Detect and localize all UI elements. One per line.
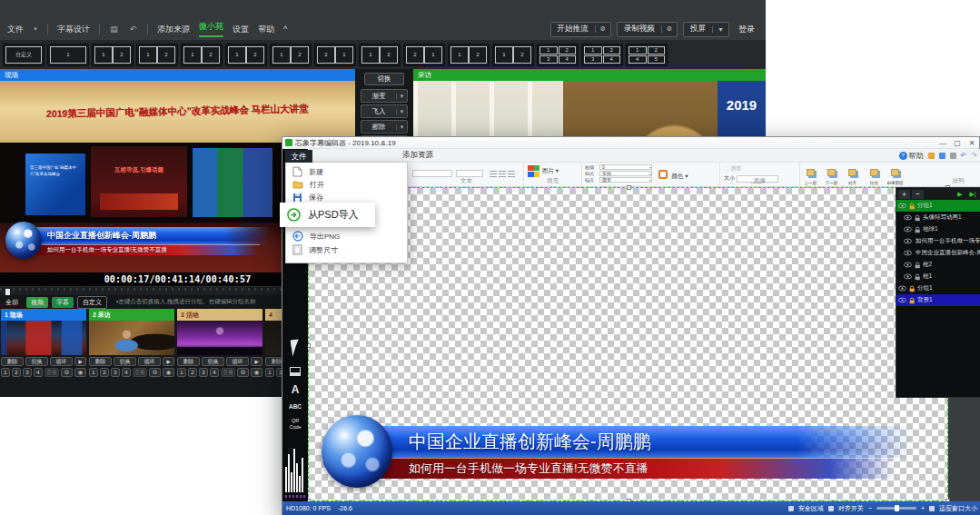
layout-preset-button[interactable]: 12 bbox=[225, 44, 267, 66]
gear-icon[interactable]: ⚙ bbox=[661, 25, 677, 33]
lower-third-title[interactable]: 中国企业直播创新峰会-周鹏鹏 bbox=[372, 426, 917, 458]
group-number-button[interactable]: 1 bbox=[265, 368, 274, 377]
align-toggle[interactable]: 对齐开关 bbox=[838, 504, 864, 513]
stroke-field-value[interactable]: 圆形▾ bbox=[599, 177, 652, 183]
layer-row[interactable]: 头像特写动画1 bbox=[896, 212, 980, 223]
monitor-icon[interactable]: ⧉ bbox=[149, 368, 161, 377]
zoom-out-button[interactable]: − bbox=[868, 505, 872, 511]
quick-icon-3[interactable] bbox=[950, 153, 956, 159]
layout-preset-button[interactable]: 1245 bbox=[626, 44, 668, 66]
fill-color-grid-icon[interactable] bbox=[528, 165, 539, 177]
zoom-slider[interactable] bbox=[876, 507, 916, 510]
layer-row[interactable]: 地球1 bbox=[896, 223, 980, 235]
quick-icon-2[interactable] bbox=[939, 153, 945, 159]
help-button[interactable]: ?帮助 bbox=[899, 151, 924, 161]
remove-layer-button[interactable]: − bbox=[912, 190, 924, 199]
menu-help[interactable]: 帮助 bbox=[258, 24, 274, 35]
thumb-button[interactable]: 循环 bbox=[226, 357, 249, 366]
image-tool[interactable] bbox=[282, 363, 308, 380]
fit-window-button[interactable]: 适应窗口大小 bbox=[939, 504, 977, 513]
layout-preset-button[interactable]: 21 bbox=[403, 44, 445, 66]
file-menu-item[interactable]: 保存 bbox=[286, 191, 407, 203]
group-number-button[interactable]: 3 bbox=[111, 368, 120, 377]
monitor-icon[interactable]: ⧉ bbox=[237, 368, 249, 377]
play-icon[interactable]: ▶ bbox=[163, 357, 174, 366]
transition-mode-button[interactable]: 擦除▼ bbox=[361, 120, 408, 134]
arrange-button[interactable]: 组合 bbox=[864, 163, 885, 185]
monitor-icon[interactable]: ⧉ bbox=[61, 368, 73, 377]
thumb-button[interactable]: 删除 bbox=[89, 357, 112, 366]
file-menu-item[interactable]: 新建 bbox=[286, 165, 407, 178]
group-number-button[interactable]: 4 bbox=[122, 368, 131, 377]
undo-icon[interactable]: ↶ bbox=[128, 25, 138, 35]
fill-image-button[interactable]: 图片 ▾ bbox=[542, 167, 559, 175]
arrange-button[interactable]: 上一层 bbox=[800, 163, 821, 185]
safe-area-toggle[interactable]: 安全区域 bbox=[798, 504, 824, 513]
zoom-in-button[interactable]: + bbox=[921, 505, 925, 511]
globe-graphic[interactable] bbox=[322, 415, 392, 488]
layout-preset-button[interactable]: 12 bbox=[92, 44, 134, 66]
layout-preset-button[interactable]: 自定义 bbox=[3, 44, 45, 66]
tab-add-resource[interactable]: 添加资源 bbox=[402, 150, 433, 161]
group-number-button[interactable]: 1 bbox=[1, 368, 10, 377]
record-video-button[interactable]: 录制视频⚙ bbox=[617, 22, 678, 37]
arrange-button[interactable]: 创建图层 bbox=[885, 163, 906, 185]
start-stream-button[interactable]: 开始推流⚙ bbox=[550, 22, 611, 37]
editor-titlebar[interactable]: 芯象字幕编辑器 - 2019.10.&.19 — ▢ ✕ bbox=[282, 137, 979, 149]
switch-button[interactable]: 切换 bbox=[364, 73, 404, 85]
scene-group-tab[interactable]: 1 现场 bbox=[1, 309, 86, 321]
group-number-button[interactable]: 3 bbox=[199, 368, 208, 377]
scene-group-tab[interactable]: 2 采访 bbox=[89, 309, 174, 321]
menu-file[interactable]: 文件 bbox=[7, 24, 24, 35]
layer-row[interactable]: 框2 bbox=[896, 259, 980, 271]
quick-icon-1[interactable] bbox=[928, 153, 935, 159]
stroke-field-value[interactable]: 实线▾ bbox=[599, 171, 652, 176]
file-menu-item[interactable]: 调整尺寸 bbox=[286, 243, 407, 256]
layout-preset-button[interactable]: 12 bbox=[181, 44, 223, 66]
mute-icon[interactable]: ◉ bbox=[251, 368, 262, 377]
chevron-down-icon[interactable]: ▼ bbox=[396, 94, 407, 99]
font-family-select[interactable] bbox=[412, 170, 452, 177]
layout-preset-button[interactable]: 12 bbox=[270, 44, 312, 66]
lower-third-subtitle[interactable]: 如何用一台手机做一场专业直播!无微赞不直播 bbox=[372, 458, 899, 479]
minimize-button[interactable]: — bbox=[935, 137, 950, 149]
layer-row[interactable]: 背景1 bbox=[896, 294, 980, 306]
resize-handle[interactable] bbox=[627, 185, 631, 190]
source-video-thumbnail[interactable] bbox=[177, 321, 262, 355]
filter-chip[interactable]: 自定义 bbox=[77, 296, 107, 309]
undo-icon[interactable]: ↶ bbox=[961, 152, 967, 160]
file-menu-item[interactable]: 导出PNG bbox=[286, 230, 407, 243]
layer-row[interactable]: 如何用一台手机做一场专业直播!无微… bbox=[896, 235, 980, 247]
group-number-button[interactable]: 3 bbox=[23, 368, 32, 377]
group-number-button[interactable]: 2 bbox=[188, 368, 197, 377]
group-number-button[interactable]: 4 bbox=[34, 368, 43, 377]
chevron-down-icon[interactable]: ▼ bbox=[712, 26, 728, 33]
mute-icon[interactable]: ◉ bbox=[163, 368, 174, 377]
thumb-button[interactable]: 切换 bbox=[25, 357, 48, 366]
cast-button[interactable]: 投屏▼ bbox=[683, 22, 729, 37]
transition-mode-button[interactable]: 飞入▼ bbox=[361, 104, 408, 118]
text-tool[interactable]: A bbox=[282, 383, 308, 396]
zoom-slider-thumb[interactable] bbox=[895, 505, 899, 511]
group-number-button[interactable]: 2 bbox=[12, 368, 21, 377]
play-icon[interactable]: ▶ bbox=[251, 357, 262, 366]
file-menu-item-psd-import[interactable]: 从PSD导入 bbox=[280, 203, 375, 227]
select-tool[interactable] bbox=[282, 340, 308, 360]
layout-preset-button[interactable]: 1234 bbox=[581, 44, 623, 66]
align-left-icon[interactable] bbox=[490, 171, 497, 177]
layout-preset-button[interactable]: 12 bbox=[492, 44, 534, 66]
stroke-color-swatch[interactable] bbox=[658, 170, 668, 179]
file-menu-item[interactable]: 打开 bbox=[286, 178, 407, 191]
stroke-color-button[interactable]: 颜色 ▾ bbox=[671, 173, 688, 179]
menu-weixiaoyuan-active[interactable]: 微小苑 bbox=[199, 21, 223, 37]
filter-chip[interactable]: 全部 bbox=[4, 297, 23, 308]
play-icon[interactable]: ▶ bbox=[74, 357, 86, 366]
menu-add-source[interactable]: 添加来源 bbox=[157, 24, 190, 35]
gear-icon[interactable]: ⚙ bbox=[595, 25, 610, 33]
play-icon[interactable]: ▶ bbox=[955, 191, 965, 198]
arrange-button[interactable]: 对齐 bbox=[842, 163, 863, 185]
stroke-field-value[interactable]: 0▾ bbox=[599, 164, 652, 170]
add-layer-button[interactable]: ＋ bbox=[898, 190, 910, 199]
close-button[interactable]: ✕ bbox=[965, 137, 979, 149]
group-number-button[interactable]: 1 bbox=[89, 368, 98, 377]
